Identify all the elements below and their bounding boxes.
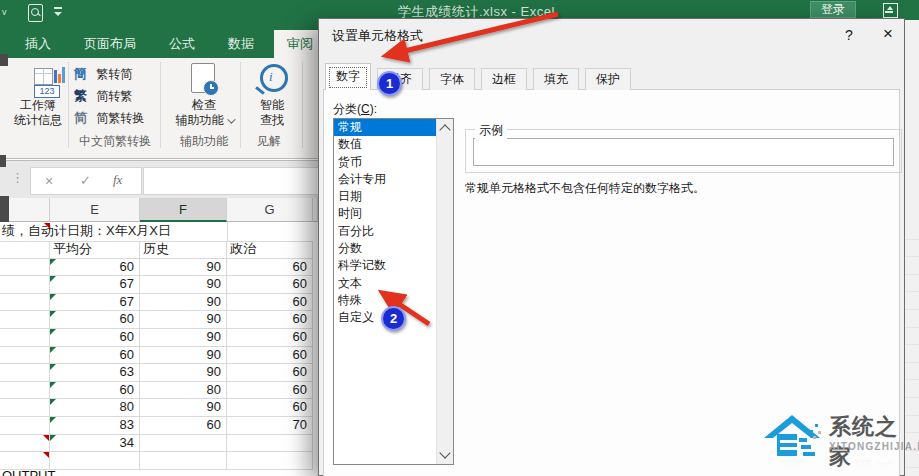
cell[interactable]: 90 — [140, 399, 227, 417]
cell[interactable] — [140, 452, 227, 470]
cell[interactable]: 90 — [140, 294, 227, 312]
column-header-f[interactable]: F — [140, 198, 227, 222]
cell[interactable]: 历史 — [140, 241, 227, 259]
cell[interactable]: 90 — [140, 276, 227, 294]
cell[interactable]: 60 — [227, 311, 313, 329]
dialog-tab-数字[interactable]: 数字 — [325, 63, 371, 90]
clipped-cell-text: OUTPUT — [2, 468, 55, 476]
cell[interactable]: 34 — [50, 435, 140, 453]
cell[interactable]: 60 — [227, 294, 313, 312]
cell[interactable] — [0, 276, 50, 294]
cell[interactable] — [140, 435, 227, 453]
error-indicator-icon — [50, 417, 56, 423]
ribbon-tab-公式[interactable]: 公式 — [156, 30, 208, 58]
cell[interactable] — [0, 347, 50, 365]
category-item-文本[interactable]: 文本 — [334, 275, 438, 292]
cell[interactable]: 60 — [50, 311, 140, 329]
category-item-货币[interactable]: 货币 — [334, 154, 438, 171]
qat-dropdown-icon[interactable] — [54, 12, 62, 16]
error-indicator-icon — [50, 347, 56, 353]
cell[interactable]: 90 — [140, 347, 227, 365]
cell[interactable]: 90 — [140, 329, 227, 347]
category-item-科学记数[interactable]: 科学记数 — [334, 257, 438, 274]
formula-bar-handle[interactable]: ⋮ — [11, 170, 23, 185]
cell[interactable]: 83 — [50, 417, 140, 435]
check-accessibility-label-1: 检查 — [168, 98, 240, 113]
cell[interactable]: 60 — [227, 276, 313, 294]
cell[interactable] — [0, 311, 50, 329]
cell[interactable]: 80 — [140, 382, 227, 400]
cell[interactable]: 60 — [227, 399, 313, 417]
cell[interactable] — [0, 294, 50, 312]
dialog-tab-填充[interactable]: 填充 — [533, 68, 579, 90]
sample-legend: 示例 — [475, 122, 507, 139]
cell[interactable]: 67 — [50, 276, 140, 294]
cell[interactable]: 90 — [140, 364, 227, 382]
dialog-tab-字体[interactable]: 字体 — [429, 68, 475, 90]
column-header-g[interactable]: G — [227, 198, 313, 222]
cell[interactable]: 60 — [50, 382, 140, 400]
dialog-tab-保护[interactable]: 保护 — [585, 68, 631, 90]
cell[interactable]: 70 — [227, 417, 313, 435]
cell[interactable]: 90 — [140, 311, 227, 329]
cell[interactable] — [50, 452, 140, 470]
cell[interactable] — [0, 329, 50, 347]
convert-simplified-traditional-button[interactable]: 简 简繁转换 — [74, 107, 144, 128]
ribbon-tab-插入[interactable]: 插入 — [12, 30, 64, 58]
row-1-overflow-text[interactable]: 绩，自动计日期：X年X月X日 — [0, 222, 313, 242]
enter-icon[interactable]: ✓ — [80, 173, 91, 188]
cell[interactable]: 60 — [50, 347, 140, 365]
table-row: 809060 — [0, 399, 318, 417]
cell[interactable] — [227, 435, 313, 453]
cell[interactable]: 67 — [50, 294, 140, 312]
cell[interactable]: 60 — [227, 364, 313, 382]
listbox-scrollbar[interactable] — [436, 119, 453, 464]
ribbon-tab-页面布局[interactable]: 页面布局 — [71, 30, 149, 58]
category-item-日期[interactable]: 日期 — [334, 188, 438, 205]
category-item-特殊[interactable]: 特殊 — [334, 292, 438, 309]
help-icon[interactable]: ? — [839, 27, 859, 43]
insert-function-icon[interactable]: fx — [113, 172, 122, 188]
scroll-up-icon[interactable] — [439, 124, 450, 135]
cell[interactable]: 60 — [227, 329, 313, 347]
scroll-down-icon[interactable] — [439, 447, 450, 458]
cell[interactable] — [0, 259, 50, 277]
cell[interactable] — [0, 399, 50, 417]
category-item-会计专用[interactable]: 会计专用 — [334, 171, 438, 188]
cell[interactable]: 60 — [227, 382, 313, 400]
cell[interactable]: 90 — [140, 259, 227, 277]
traditional-to-simplified-button[interactable]: 簡 繁转简 — [74, 63, 132, 84]
ribbon-tab-数据[interactable]: 数据 — [215, 30, 267, 58]
cell[interactable] — [0, 435, 50, 453]
cancel-icon[interactable]: × — [45, 173, 53, 189]
category-item-分数[interactable]: 分数 — [334, 240, 438, 257]
cell[interactable]: 63 — [50, 364, 140, 382]
close-icon[interactable]: × — [877, 24, 899, 44]
cell[interactable]: 60 — [50, 329, 140, 347]
category-item-数值[interactable]: 数值 — [334, 136, 438, 153]
category-item-百分比[interactable]: 百分比 — [334, 223, 438, 240]
dialog-tab-边框[interactable]: 边框 — [481, 68, 527, 90]
category-item-时间[interactable]: 时间 — [334, 205, 438, 222]
login-button[interactable]: 登录 — [810, 1, 856, 18]
print-preview-icon[interactable] — [28, 4, 43, 22]
traditional-to-simplified-icon: 簡 — [74, 66, 87, 81]
cell[interactable]: 80 — [50, 399, 140, 417]
column-header-d[interactable] — [9, 198, 50, 222]
maximize-icon[interactable] — [883, 3, 898, 18]
cell[interactable] — [227, 452, 313, 470]
cell[interactable]: 政治 — [227, 241, 313, 259]
cell[interactable] — [0, 382, 50, 400]
column-header-e[interactable]: E — [50, 198, 140, 222]
workbook-statistics-button[interactable]: 123 工作簿 统计信息 — [12, 60, 64, 150]
cell[interactable]: 60 — [227, 347, 313, 365]
cell[interactable]: 60 — [50, 259, 140, 277]
simplified-to-traditional-button[interactable]: 繁 简转繁 — [74, 85, 132, 106]
cell[interactable] — [0, 417, 50, 435]
cell[interactable]: 平均分 — [50, 241, 140, 259]
cell[interactable]: 60 — [227, 259, 313, 277]
cell[interactable] — [0, 241, 50, 259]
category-item-常规[interactable]: 常规 — [334, 119, 438, 136]
cell[interactable] — [0, 364, 50, 382]
cell[interactable]: 60 — [140, 417, 227, 435]
